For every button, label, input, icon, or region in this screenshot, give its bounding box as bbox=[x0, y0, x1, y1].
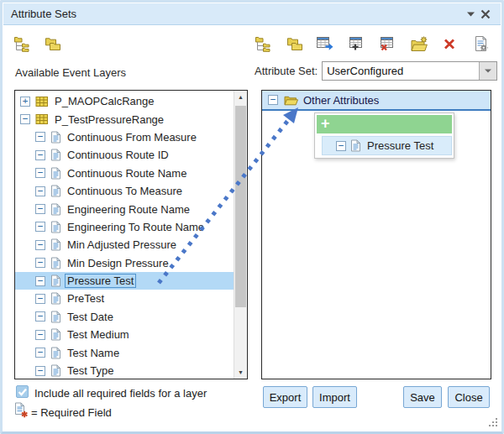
field-doc-icon bbox=[50, 292, 61, 305]
close-button[interactable]: Close bbox=[448, 386, 490, 408]
window-title: Attribute Sets bbox=[11, 8, 463, 20]
field-doc-icon bbox=[50, 203, 61, 216]
tree-item-test-medium[interactable]: −Test Medium bbox=[15, 326, 234, 343]
tree-item-label: Test Medium bbox=[66, 328, 131, 341]
collapse-icon[interactable]: − bbox=[35, 366, 45, 376]
field-doc-icon bbox=[50, 328, 61, 341]
collapse-icon[interactable]: − bbox=[35, 168, 45, 178]
export-button[interactable]: Export bbox=[263, 386, 307, 408]
tree-item-pressure-test[interactable]: −Pressure Test bbox=[15, 272, 234, 290]
close-icon[interactable] bbox=[478, 7, 493, 22]
table-remove-icon[interactable] bbox=[377, 34, 397, 54]
tree-item-engineering-to-route-name[interactable]: −Engineering To Route Name bbox=[15, 218, 234, 236]
chevron-down-icon[interactable] bbox=[463, 7, 478, 22]
open-folders-icon[interactable] bbox=[284, 34, 304, 54]
table-load-icon[interactable] bbox=[315, 34, 335, 54]
field-doc-icon bbox=[50, 185, 61, 197]
tree-item-label: Engineering Route Name bbox=[66, 203, 192, 216]
field-doc-icon bbox=[50, 149, 61, 161]
collapse-icon[interactable]: − bbox=[35, 186, 45, 196]
other-attributes-label: Other Attributes bbox=[303, 94, 379, 107]
collapse-icon[interactable]: − bbox=[35, 132, 45, 142]
scrollbar-thumb[interactable] bbox=[235, 106, 246, 307]
tree-item-continuous-to-measure[interactable]: −Continuous To Measure bbox=[15, 182, 234, 200]
drag-ghost-item: − Pressure Test bbox=[322, 136, 452, 155]
dropdown-caret-icon[interactable] bbox=[479, 62, 496, 80]
tree-item-test-date[interactable]: −Test Date bbox=[15, 308, 234, 326]
include-required-fields-checkbox[interactable] bbox=[16, 385, 29, 398]
titlebar[interactable]: Attribute Sets bbox=[3, 3, 501, 25]
scroll-down-icon[interactable]: ▼ bbox=[234, 366, 247, 379]
tree-item-p-testpressurerange[interactable]: −P_TestPressureRange bbox=[15, 110, 234, 128]
collapse-icon[interactable]: − bbox=[35, 348, 45, 358]
tree-item-continuous-route-name[interactable]: −Continuous Route Name bbox=[15, 165, 234, 182]
toolbar bbox=[12, 32, 491, 55]
collapse-icon[interactable]: − bbox=[35, 330, 45, 340]
event-layer-icon bbox=[35, 113, 49, 125]
tree-item-test-name[interactable]: −Test Name bbox=[15, 343, 234, 361]
tree-item-p-maopcalcrange[interactable]: +P_MAOPCalcRange bbox=[15, 92, 234, 110]
attribute-set-tree-icon[interactable] bbox=[12, 34, 32, 54]
available-event-layers-label: Available Event Layers bbox=[15, 66, 126, 79]
attribute-set-dropdown[interactable]: UserConfigured bbox=[322, 61, 497, 81]
toolbar-left-group bbox=[12, 32, 62, 55]
event-layer-icon bbox=[35, 96, 49, 107]
table-add-icon[interactable] bbox=[346, 34, 366, 54]
tree-item-label: Test Date bbox=[66, 311, 115, 323]
scroll-up-icon[interactable]: ▲ bbox=[234, 91, 247, 103]
drag-ghost-label: Pressure Test bbox=[365, 139, 435, 152]
toolbar-right-group bbox=[253, 32, 491, 55]
attribute-set-label: Attribute Set: bbox=[255, 65, 318, 77]
tree-item-continuous-from-measure[interactable]: −Continuous From Measure bbox=[15, 128, 234, 146]
report-settings-icon[interactable] bbox=[470, 34, 491, 54]
collapse-icon[interactable]: − bbox=[35, 240, 45, 250]
field-doc-icon bbox=[50, 311, 61, 323]
tree-item-min-adjusted-pressure[interactable]: −Min Adjusted Pressure bbox=[15, 236, 234, 254]
required-field-icon bbox=[14, 402, 29, 418]
tree-item-label: PreTest bbox=[66, 292, 106, 305]
attribute-set-control: Attribute Set: UserConfigured bbox=[255, 61, 497, 81]
attribute-set-value: UserConfigured bbox=[323, 62, 479, 80]
field-doc-icon bbox=[50, 275, 61, 287]
collapse-icon[interactable]: − bbox=[35, 311, 45, 322]
collapse-icon[interactable]: − bbox=[35, 204, 45, 214]
folder-gear-icon[interactable] bbox=[408, 34, 428, 54]
tree-item-label: Min Adjusted Pressure bbox=[66, 238, 178, 251]
field-doc-icon bbox=[50, 167, 61, 180]
available-layers-panel: +P_MAOPCalcRange−P_TestPressureRange−Con… bbox=[14, 90, 248, 379]
tree-scrollbar[interactable]: ▲ ▼ bbox=[234, 91, 247, 379]
tree-item-continuous-route-id[interactable]: −Continuous Route ID bbox=[15, 146, 234, 164]
tree-item-label: Pressure Test bbox=[66, 275, 135, 287]
tree-item-label: Continuous To Measure bbox=[66, 185, 184, 197]
delete-x-icon[interactable] bbox=[439, 34, 459, 54]
resize-grip[interactable] bbox=[489, 418, 498, 427]
collapse-icon[interactable]: − bbox=[35, 222, 45, 232]
collapse-icon[interactable]: − bbox=[35, 258, 45, 268]
import-button[interactable]: Import bbox=[312, 386, 357, 408]
tree-item-test-type[interactable]: −Test Type bbox=[15, 362, 234, 379]
attribute-sets-dialog: Attribute Sets Available Event Layers At… bbox=[0, 0, 504, 434]
tree-item-label: Test Name bbox=[66, 347, 121, 359]
tree-item-pretest[interactable]: −PreTest bbox=[15, 290, 234, 307]
expand-icon[interactable]: + bbox=[20, 97, 30, 107]
required-field-legend: = Required Field bbox=[31, 406, 112, 419]
collapse-icon[interactable]: − bbox=[20, 114, 30, 124]
tree-item-min-design-pressure[interactable]: −Min Design Pressure bbox=[15, 254, 234, 272]
other-attributes-header[interactable]: − Other Attributes bbox=[262, 91, 491, 111]
include-required-fields-label: Include all required fields for a layer bbox=[34, 387, 207, 400]
field-doc-icon bbox=[50, 257, 61, 269]
collapse-icon[interactable]: − bbox=[35, 276, 45, 286]
collapse-expander-icon[interactable]: − bbox=[268, 95, 278, 105]
save-button[interactable]: Save bbox=[403, 386, 442, 408]
open-folders-icon[interactable] bbox=[42, 34, 62, 54]
field-doc-icon bbox=[50, 131, 61, 144]
drop-indicator: + bbox=[317, 115, 452, 133]
collapse-icon[interactable]: − bbox=[35, 294, 45, 304]
collapse-icon[interactable]: − bbox=[35, 150, 45, 160]
collapse-expander-icon: − bbox=[336, 141, 346, 151]
attribute-set-tree-icon[interactable] bbox=[253, 34, 273, 54]
field-doc-icon bbox=[50, 347, 61, 359]
attribute-set-panel: − Other Attributes + − Pressure Test bbox=[261, 90, 491, 379]
tree-item-engineering-route-name[interactable]: −Engineering Route Name bbox=[15, 200, 234, 217]
field-doc-icon bbox=[50, 221, 61, 233]
